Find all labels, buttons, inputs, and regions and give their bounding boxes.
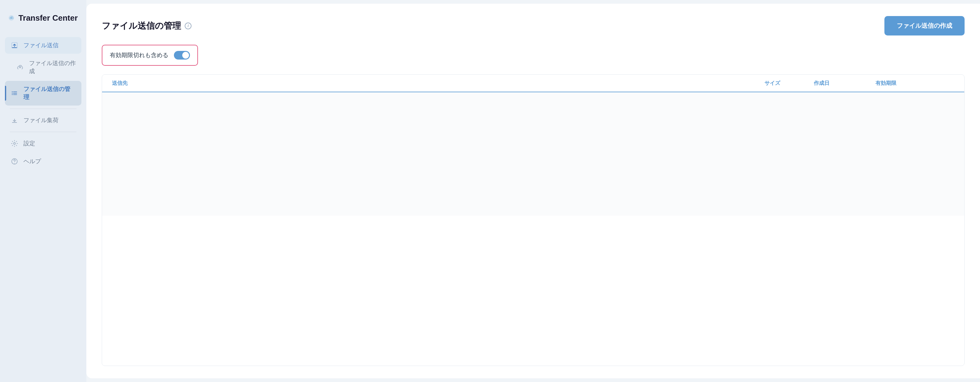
- nav-divider-1: [10, 109, 76, 109]
- sidebar-item-file-collect-label: ファイル集荷: [24, 116, 59, 125]
- page-title-area: ファイル送信の管理 i: [102, 20, 191, 32]
- svg-point-5: [12, 91, 13, 92]
- table-col-created: 作成日: [810, 75, 872, 92]
- toggle-slider: [174, 51, 190, 59]
- upload-icon: [11, 42, 19, 50]
- include-expired-toggle-area: 有効期限切れも含める: [102, 45, 198, 66]
- sidebar-item-file-send[interactable]: ファイル送信: [5, 37, 81, 54]
- sidebar-item-help-label: ヘルプ: [24, 157, 41, 165]
- app-logo-icon: [9, 10, 14, 26]
- sidebar: Transfer Center ファイル送信 ファイル送信の: [0, 0, 86, 382]
- sidebar-item-manage-send-label: ファイル送信の管理: [24, 85, 76, 101]
- sidebar-nav: ファイル送信 ファイル送信の作成: [0, 35, 86, 172]
- svg-point-7: [12, 94, 13, 95]
- page-title: ファイル送信の管理: [102, 20, 181, 32]
- include-expired-toggle[interactable]: [174, 51, 190, 59]
- table-col-size: サイズ: [761, 75, 810, 92]
- sidebar-item-settings[interactable]: 設定: [5, 135, 81, 152]
- help-icon: [11, 157, 19, 165]
- table-body: [102, 92, 964, 216]
- create-file-send-button[interactable]: ファイル送信の作成: [885, 16, 964, 35]
- main-content: ファイル送信の管理 i ファイル送信の作成 有効期限切れも含める 送信先 サイズ…: [86, 4, 980, 378]
- info-icon[interactable]: i: [185, 22, 191, 29]
- gear-icon: [11, 139, 19, 147]
- sidebar-item-settings-label: 設定: [24, 139, 35, 147]
- sidebar-item-create-send-label: ファイル送信の作成: [29, 59, 76, 75]
- nav-divider-2: [10, 132, 76, 132]
- svg-point-6: [12, 93, 13, 94]
- table-col-expiry: 有効期限: [872, 75, 958, 92]
- table-header: 送信先 サイズ 作成日 有効期限: [102, 75, 964, 92]
- svg-point-8: [14, 142, 16, 144]
- file-send-table: 送信先 サイズ 作成日 有効期限: [102, 74, 964, 366]
- sidebar-item-manage-send[interactable]: ファイル送信の管理: [5, 81, 81, 105]
- app-title: Transfer Center: [19, 13, 78, 23]
- sidebar-item-create-send[interactable]: ファイル送信の作成: [5, 55, 81, 80]
- upload-cloud-icon: [16, 63, 24, 71]
- list-icon: [11, 89, 19, 97]
- download-icon: [11, 116, 19, 125]
- sidebar-item-file-send-label: ファイル送信: [24, 42, 59, 50]
- sidebar-item-help[interactable]: ヘルプ: [5, 153, 81, 170]
- table-col-destination: 送信先: [108, 75, 761, 92]
- page-header: ファイル送信の管理 i ファイル送信の作成: [102, 16, 964, 35]
- include-expired-label: 有効期限切れも含める: [110, 51, 169, 59]
- sidebar-item-file-collect[interactable]: ファイル集荷: [5, 112, 81, 129]
- logo-area: Transfer Center: [0, 0, 86, 35]
